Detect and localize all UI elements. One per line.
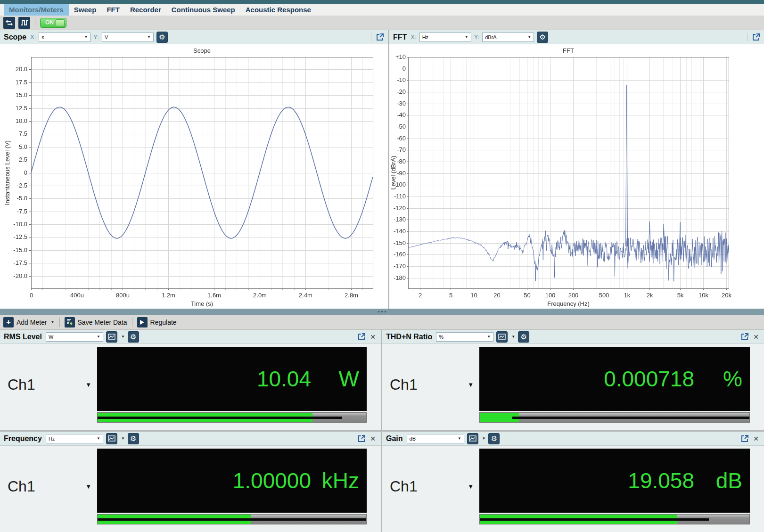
gear-icon: ⚙ <box>491 435 497 442</box>
meter-popout-button[interactable] <box>741 434 749 442</box>
generator-on-toggle[interactable]: ON <box>40 18 66 28</box>
meter-bar-range-line <box>512 417 749 419</box>
fft-y-unit-dropdown[interactable]: dBrA▼ <box>482 33 534 42</box>
meter-popout-button[interactable] <box>358 333 366 341</box>
meter-bar <box>97 514 367 524</box>
meter-value-unit: W <box>311 366 367 392</box>
add-meter-button[interactable]: + Add Meter ▼ <box>3 317 55 327</box>
meter-display-style-button[interactable] <box>106 433 117 444</box>
meter-panel-frequency: Frequency Hz▼ ▼ ⚙ ✕ <box>0 432 381 532</box>
fft-y-label: Y: <box>474 33 480 41</box>
meter-settings-button[interactable]: ⚙ <box>128 331 139 343</box>
meter-header: Frequency Hz▼ ▼ ⚙ ✕ <box>0 432 381 446</box>
fft-panel-header: FFT X: Hz▼ Y: dBrA▼ ⚙ <box>389 30 764 44</box>
chevron-down-icon: ▼ <box>84 35 88 39</box>
meter-channel-selector[interactable]: Ch1 ▼ <box>6 449 95 524</box>
meter-bar-range-line <box>98 417 342 419</box>
scope-panel: Scope X: s▼ Y: V▼ ⚙ <box>0 30 388 309</box>
meter-body: Ch1 ▼ 0.000718 % <box>382 344 764 430</box>
chevron-down-icon[interactable]: ▼ <box>482 436 486 441</box>
meter-settings-button[interactable]: ⚙ <box>128 433 139 444</box>
meter-channel-selector[interactable]: Ch1 ▼ <box>6 347 95 423</box>
fft-x-unit-dropdown[interactable]: Hz▼ <box>419 33 471 42</box>
tab-sweep[interactable]: Sweep <box>69 4 102 16</box>
meter-close-button[interactable]: ✕ <box>369 435 377 442</box>
meter-close-button[interactable]: ✕ <box>752 435 760 442</box>
tab-continuous-sweep[interactable]: Continuous Sweep <box>166 4 240 16</box>
meter-close-button[interactable]: ✕ <box>369 333 377 341</box>
chevron-down-icon: ▼ <box>147 35 151 39</box>
chevron-down-icon[interactable]: ▼ <box>121 436 125 441</box>
scope-popout-button[interactable] <box>376 33 384 41</box>
tab-fft[interactable]: FFT <box>101 4 125 16</box>
meter-value-unit: % <box>694 366 750 392</box>
meter-value-display: 1.00000 kHz <box>97 449 367 513</box>
fft-chart-body <box>389 44 764 309</box>
signal-path-icon[interactable] <box>3 17 15 29</box>
meter-unit-dropdown[interactable]: dB▼ <box>407 434 464 443</box>
chevron-down-icon: ▼ <box>85 381 91 388</box>
meter-unit-dropdown[interactable]: Hz▼ <box>46 434 103 443</box>
meter-unit-dropdown[interactable]: W▼ <box>46 332 103 342</box>
tab-acoustic-response[interactable]: Acoustic Response <box>240 4 316 16</box>
gear-icon: ⚙ <box>130 435 136 442</box>
meter-body: Ch1 ▼ 19.058 dB <box>382 446 764 532</box>
meter-settings-button[interactable]: ⚙ <box>488 433 500 444</box>
play-icon <box>137 317 148 327</box>
meter-display-style-button[interactable] <box>106 331 117 343</box>
meter-header: THD+N Ratio %▼ ▼ ⚙ ✕ <box>382 330 764 344</box>
save-export-icon <box>65 317 75 327</box>
chevron-down-icon: ▼ <box>97 436 100 441</box>
meter-display-style-button[interactable] <box>467 433 478 444</box>
meter-unit-dropdown[interactable]: %▼ <box>436 332 493 342</box>
chevron-down-icon: ▼ <box>487 335 491 339</box>
scope-panel-title: Scope <box>4 33 26 41</box>
scope-x-label: X: <box>30 33 36 41</box>
meter-channel-selector[interactable]: Ch1 ▼ <box>388 347 477 423</box>
tab-recorder[interactable]: Recorder <box>125 4 166 16</box>
toolbar-separator <box>35 18 35 27</box>
meter-value-display: 0.000718 % <box>479 347 750 411</box>
gear-icon: ⚙ <box>539 33 545 41</box>
horizontal-splitter[interactable] <box>0 309 764 315</box>
meter-display-icon <box>469 435 476 442</box>
meter-display-style-button[interactable] <box>496 331 508 343</box>
meter-header: RMS Level W▼ ▼ ⚙ ✕ <box>0 330 381 344</box>
chevron-down-icon[interactable]: ▼ <box>121 335 125 339</box>
meter-value: 1.00000 <box>97 468 311 493</box>
gear-icon: ⚙ <box>130 333 136 340</box>
regulate-button[interactable]: Regulate <box>137 317 177 327</box>
scope-y-unit-dropdown[interactable]: V▼ <box>102 33 154 42</box>
meter-close-button[interactable]: ✕ <box>752 333 760 341</box>
chevron-down-icon: ▼ <box>85 483 91 490</box>
meter-popout-button[interactable] <box>358 434 366 442</box>
meter-body: Ch1 ▼ 10.04 W <box>0 344 381 430</box>
fft-panel: FFT X: Hz▼ Y: dBrA▼ ⚙ <box>389 30 764 309</box>
save-meter-data-button[interactable]: Save Meter Data <box>65 317 127 327</box>
chevron-down-icon: ▼ <box>468 381 474 388</box>
scope-y-label: Y: <box>93 33 99 41</box>
scope-panel-header: Scope X: s▼ Y: V▼ ⚙ <box>0 30 388 44</box>
fft-settings-button[interactable]: ⚙ <box>537 32 548 43</box>
chevron-down-icon: ▼ <box>527 35 531 39</box>
tab-monitors-meters[interactable]: Monitors/Meters <box>4 4 69 16</box>
gear-icon: ⚙ <box>159 33 165 41</box>
meter-display-icon <box>108 334 115 340</box>
meter-channel-selector[interactable]: Ch1 ▼ <box>388 449 477 524</box>
scope-x-unit-dropdown[interactable]: s▼ <box>39 33 90 42</box>
meter-popout-button[interactable] <box>741 333 749 341</box>
chevron-down-icon[interactable]: ▼ <box>511 335 515 339</box>
main-tabbar: Monitors/Meters Sweep FFT Recorder Conti… <box>0 4 764 16</box>
fft-plot-canvas <box>389 44 764 309</box>
fft-x-label: X: <box>411 33 416 41</box>
meter-toolbar: + Add Meter ▼ Save Meter Data Regulate <box>0 315 764 330</box>
meter-bar <box>97 412 367 423</box>
meter-value: 0.000718 <box>479 366 694 392</box>
chevron-down-icon: ▼ <box>468 483 474 490</box>
fft-panel-title: FFT <box>393 33 407 41</box>
meter-value-unit: kHz <box>311 468 367 493</box>
fft-popout-button[interactable] <box>752 33 760 41</box>
scope-settings-button[interactable]: ⚙ <box>156 32 168 43</box>
meter-settings-button[interactable]: ⚙ <box>518 331 529 343</box>
generator-icon[interactable] <box>18 17 30 29</box>
